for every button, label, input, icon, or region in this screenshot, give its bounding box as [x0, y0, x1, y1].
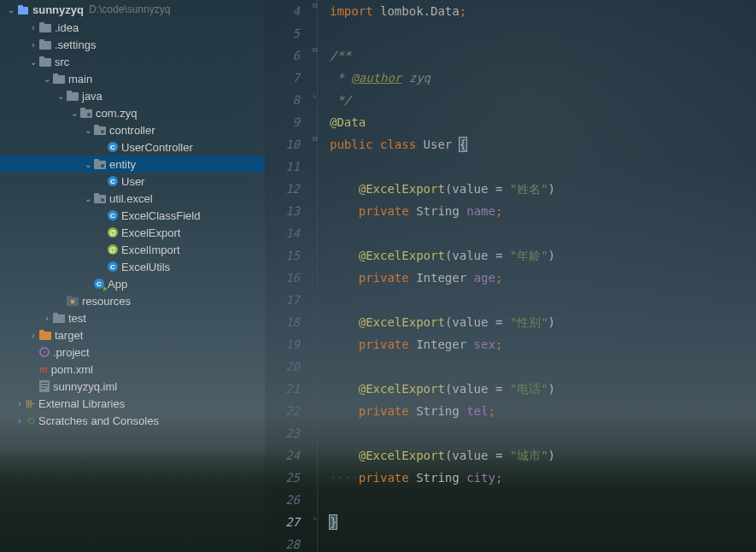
- tree-item-pom-xml[interactable]: mpom.xml: [0, 361, 265, 378]
- tree-item-target[interactable]: ›target: [0, 326, 265, 344]
- line-number: 13: [265, 200, 300, 222]
- code-line[interactable]: * @author zyq: [330, 67, 756, 89]
- code-line[interactable]: [330, 222, 756, 244]
- tree-item-ExcelImport[interactable]: @ExcelImport: [0, 241, 265, 258]
- chevron-down-icon: ⌄: [82, 160, 94, 169]
- svg-rect-25: [67, 296, 72, 299]
- tree-item--idea[interactable]: ›.idea: [0, 19, 265, 36]
- project-icon: [17, 3, 29, 16]
- code-content[interactable]: import lombok.Data;/** * @author zyq */@…: [318, 0, 756, 552]
- code-editor[interactable]: 4567891011121314151617181920212223242526…: [265, 0, 756, 552]
- tree-item-main[interactable]: ⌄main: [0, 70, 265, 87]
- svg-rect-5: [39, 39, 44, 43]
- fold-end-icon[interactable]: ⌞: [313, 90, 317, 98]
- fold-start-icon[interactable]: ⊟: [313, 45, 317, 54]
- tree-item-label: resources: [82, 295, 131, 308]
- tree-item-java[interactable]: ⌄java: [0, 87, 265, 104]
- tree-item-ExcelExport[interactable]: @ExcelExport: [0, 224, 265, 241]
- chevron-down-icon: ⌄: [82, 126, 94, 135]
- tree-item-UserController[interactable]: CUserController: [0, 138, 265, 156]
- tree-item-App[interactable]: CApp: [0, 275, 265, 292]
- tree-item-src[interactable]: ⌄src: [0, 53, 265, 70]
- line-number: 17: [265, 289, 300, 311]
- tree-item-label: main: [68, 73, 92, 85]
- tree-item-label: .project: [53, 346, 90, 359]
- code-line[interactable]: [330, 22, 756, 44]
- code-line[interactable]: [330, 533, 756, 552]
- chevron-right-icon: ›: [14, 416, 26, 426]
- code-line[interactable]: ····private String name;: [330, 200, 756, 222]
- code-line[interactable]: */: [330, 89, 756, 111]
- tree-item-label: ExcelClassField: [121, 209, 200, 222]
- line-number: 22: [265, 400, 300, 422]
- code-line[interactable]: ····private Integer sex;: [330, 333, 756, 355]
- code-line[interactable]: @Data: [330, 111, 756, 133]
- project-tree-panel[interactable]: ⌄ sunnyzyq D:\code\sunnyzyq ›.idea›.sett…: [0, 0, 265, 552]
- tree-item-label: src: [55, 56, 69, 68]
- line-number: 19: [265, 333, 300, 355]
- fold-end-icon[interactable]: ⌞: [313, 512, 317, 520]
- tree-item-resources[interactable]: resources: [0, 292, 265, 309]
- tree-item-label: entity: [109, 158, 136, 171]
- code-line[interactable]: ····private Integer age;: [330, 267, 756, 289]
- code-line[interactable]: [330, 156, 756, 178]
- tree-item-ExcelClassField[interactable]: CExcelClassField: [0, 207, 265, 224]
- tree-item-label: External Libraries: [38, 397, 125, 410]
- tree-item--settings[interactable]: ›.settings: [0, 36, 265, 53]
- chevron-right-icon: ›: [27, 40, 39, 50]
- svg-rect-16: [94, 125, 99, 128]
- code-line[interactable]: [330, 355, 756, 378]
- tree-item-External Libraries[interactable]: ›⊪External Libraries: [0, 395, 265, 412]
- project-name: sunnyzyq: [32, 3, 84, 16]
- code-line[interactable]: [330, 422, 756, 444]
- line-number: 16: [265, 267, 300, 289]
- project-path: D:\code\sunnyzyq: [89, 3, 170, 15]
- tree-item-test[interactable]: ›test: [0, 309, 265, 326]
- fold-minus-icon[interactable]: ⊟: [313, 1, 317, 9]
- tree-item-label: ExcelExport: [121, 226, 180, 239]
- svg-rect-11: [67, 91, 72, 94]
- line-gutter: 4567891011121314151617181920212223242526…: [265, 0, 318, 552]
- tree-item-User[interactable]: CUser: [0, 173, 265, 190]
- project-root[interactable]: ⌄ sunnyzyq D:\code\sunnyzyq: [0, 0, 265, 19]
- tree-item-label: Scratches and Consoles: [38, 414, 159, 427]
- svg-rect-13: [80, 108, 85, 111]
- code-line[interactable]: ····private String city;: [330, 467, 756, 489]
- code-line[interactable]: ····@ExcelExport(value = "性别"): [330, 311, 756, 333]
- code-line[interactable]: ····private String tel;: [330, 400, 756, 422]
- chevron-right-icon: ›: [41, 314, 53, 323]
- tree-item-label: ExcelUtils: [121, 261, 170, 273]
- line-number: 27: [265, 511, 300, 533]
- code-line[interactable]: }: [330, 511, 756, 533]
- line-number: 25: [265, 467, 300, 489]
- chevron-down-icon: ⌄: [82, 194, 94, 203]
- code-line[interactable]: ····@ExcelExport(value = "年龄"): [330, 244, 756, 267]
- svg-point-20: [101, 164, 104, 167]
- chevron-right-icon: ›: [14, 399, 26, 408]
- svg-rect-22: [94, 193, 99, 197]
- svg-rect-34: [41, 388, 45, 389]
- tree-item-sunnyzyq-iml[interactable]: sunnyzyq.iml: [0, 378, 265, 395]
- code-line[interactable]: [330, 289, 756, 311]
- tree-item-label: pom.xml: [51, 363, 93, 376]
- code-line[interactable]: [330, 489, 756, 511]
- tree-item--project[interactable]: .project: [0, 344, 265, 361]
- tree-item-controller[interactable]: ⌄controller: [0, 121, 265, 138]
- line-number: 9: [265, 111, 300, 133]
- code-line[interactable]: ····@ExcelExport(value = "姓名"): [330, 178, 756, 200]
- code-line[interactable]: /**: [330, 44, 756, 67]
- fold-start-icon[interactable]: ⊟: [313, 134, 317, 143]
- tree-item-com-zyq[interactable]: ⌄com.zyq: [0, 104, 265, 121]
- tree-item-Scratches and Consoles[interactable]: ›⟲Scratches and Consoles: [0, 412, 265, 429]
- code-line[interactable]: ····@ExcelExport(value = "电话"): [330, 378, 756, 400]
- line-number: 4: [265, 0, 300, 22]
- tree-item-ExcelUtils[interactable]: CExcelUtils: [0, 258, 265, 275]
- code-line[interactable]: public class User {: [330, 133, 756, 156]
- svg-rect-32: [41, 383, 48, 384]
- svg-rect-0: [18, 7, 28, 15]
- code-line[interactable]: import lombok.Data;: [330, 0, 756, 22]
- code-line[interactable]: ····@ExcelExport(value = "城市"): [330, 444, 756, 467]
- line-number: 18: [265, 311, 300, 333]
- tree-item-util-excel[interactable]: ⌄util.excel: [0, 190, 265, 207]
- tree-item-entity[interactable]: ⌄entity: [0, 156, 265, 173]
